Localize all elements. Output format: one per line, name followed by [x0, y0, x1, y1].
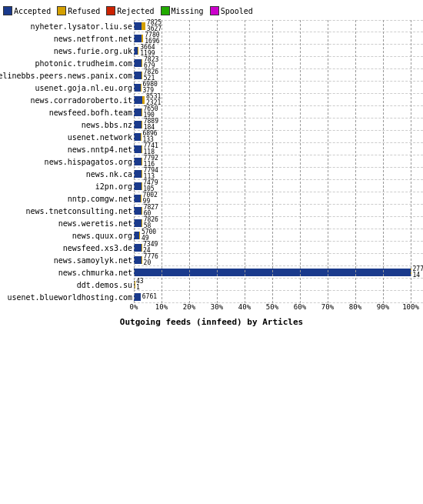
- bar-value-label-6: 8531 2321: [146, 94, 161, 106]
- x-tick-3: 30%: [211, 303, 223, 311]
- bar-value-label-14: 7002 99: [143, 192, 158, 205]
- chart-container: AcceptedRefusedRejectedMissingSpooled ny…: [0, 0, 423, 504]
- bar-value-label-15: 7827 60: [144, 205, 158, 217]
- bar-segment-21-1: [135, 281, 135, 289]
- bar-row-4: 7826 521: [134, 69, 423, 82]
- bar-segment-4-1: [142, 72, 142, 79]
- bar-segment-9-1: [141, 133, 142, 141]
- bar-row-15: 7827 60: [134, 205, 423, 217]
- bar-segment-19-1: [142, 256, 142, 264]
- bar-value-label-12: 7794 113: [144, 168, 158, 180]
- bar-row-7: 7650 190: [134, 106, 423, 118]
- bar-value-label-2: 3664 1199: [140, 45, 155, 57]
- rejected-legend-box: [106, 6, 115, 15]
- bar-segment-7-1: [142, 108, 142, 116]
- bar-value-label-16: 7826 58: [144, 217, 158, 229]
- bar-segment-8-1: [142, 121, 142, 129]
- bar-row-0: 7825 3627: [134, 20, 423, 32]
- bar-segment-11-0: [134, 158, 142, 165]
- bars-wrapper: 7825 36277780 16963664 11997823 6797826 …: [134, 20, 423, 303]
- bar-row-16: 7826 58: [134, 217, 423, 229]
- bar-segment-10-1: [142, 145, 142, 153]
- bar-segment-14-1: [141, 195, 142, 202]
- bar-value-label-3: 7823 679: [144, 57, 158, 69]
- bar-segment-14-0: [134, 195, 141, 202]
- bar-row-2: 3664 1199: [134, 45, 423, 57]
- bar-row-12: 7794 113: [134, 168, 423, 180]
- y-label-9: usenet.network: [68, 131, 134, 143]
- y-label-15: news.tnetconsulting.net: [26, 205, 134, 217]
- bar-segment-16-0: [134, 219, 142, 227]
- bar-value-label-9: 6896 133: [142, 131, 157, 143]
- legend-item-missing: Missing: [161, 6, 204, 15]
- bar-segment-15-0: [134, 207, 142, 215]
- bar-segment-5-1: [141, 84, 142, 92]
- y-label-13: i2pn.org: [95, 180, 134, 192]
- y-label-14: nntp.comgw.net: [68, 192, 134, 205]
- accepted-legend-box: [3, 6, 12, 15]
- bar-value-label-7: 7650 190: [143, 106, 158, 118]
- y-label-18: newsfeed.xs3.de: [63, 242, 134, 254]
- legend-item-accepted: Accepted: [3, 6, 51, 15]
- bar-row-18: 7349 24: [134, 242, 423, 254]
- x-tick-9: 90%: [377, 303, 389, 311]
- bar-segment-22-0: [134, 293, 141, 301]
- y-label-4: endofthelinebbs.peers.news.panix.com: [0, 69, 134, 82]
- x-tick-10: 100%: [402, 303, 419, 311]
- y-label-20: news.chmurka.net: [58, 266, 134, 279]
- bar-row-11: 7792 116: [134, 155, 423, 168]
- bar-value-label-21: 43 1: [136, 279, 144, 291]
- bar-value-label-17: 5700 49: [142, 229, 156, 242]
- bar-segment-15-1: [142, 207, 142, 215]
- bar-row-3: 7823 679: [134, 57, 423, 69]
- y-label-19: news.samoylyk.net: [54, 254, 134, 266]
- bar-segment-12-0: [134, 170, 142, 178]
- x-tick-4: 40%: [238, 303, 251, 311]
- bar-row-19: 7776 20: [134, 254, 423, 266]
- bar-value-label-10: 7741 118: [144, 143, 158, 155]
- bar-segment-2-1: [138, 47, 139, 55]
- y-label-8: news.bbs.nz: [82, 118, 134, 131]
- bar-value-label-8: 7889 184: [144, 118, 158, 131]
- bars-area: 7825 36277780 16963664 11997823 6797826 …: [134, 20, 423, 303]
- y-label-21: ddt.demos.su: [77, 279, 134, 291]
- refused-legend-box: [57, 6, 66, 15]
- bar-row-14: 7002 99: [134, 192, 423, 205]
- bar-value-label-20: 277914 14: [413, 266, 424, 279]
- y-label-11: news.hispagatos.org: [45, 155, 134, 168]
- y-label-17: news.quux.org: [72, 229, 134, 242]
- y-label-1: news.netfront.net: [54, 32, 134, 45]
- y-label-12: news.nk.ca: [86, 168, 134, 180]
- bar-segment-20-1: [411, 269, 411, 276]
- x-tick-2: 20%: [183, 303, 195, 311]
- bar-value-label-22: 6761: [142, 294, 157, 300]
- x-tick-0: 0%: [130, 303, 138, 311]
- y-labels: nyheter.lysator.liu.senews.netfront.netn…: [3, 20, 134, 303]
- legend: AcceptedRefusedRejectedMissingSpooled: [3, 6, 420, 15]
- rejected-legend-label: Rejected: [117, 7, 154, 15]
- missing-legend-box: [161, 6, 170, 15]
- bar-value-label-19: 7776 20: [144, 254, 158, 266]
- y-label-5: usenet.goja.nl.eu.org: [35, 82, 134, 94]
- bar-segment-8-0: [134, 121, 142, 129]
- bar-row-17: 5700 49: [134, 229, 423, 242]
- spooled-legend-box: [210, 6, 219, 15]
- bar-segment-17-0: [134, 232, 139, 239]
- x-tick-6: 60%: [294, 303, 306, 311]
- bar-segment-18-0: [134, 244, 142, 252]
- bar-row-1: 7780 1696: [134, 32, 423, 45]
- bar-segment-20-0: [134, 269, 411, 276]
- legend-item-rejected: Rejected: [106, 6, 154, 15]
- bar-value-label-11: 7792 116: [144, 155, 158, 168]
- bar-segment-3-0: [134, 59, 142, 67]
- bar-row-8: 7889 184: [134, 118, 423, 131]
- y-label-16: news.weretis.net: [58, 217, 134, 229]
- bar-value-label-5: 6980 379: [143, 82, 158, 94]
- bar-segment-0-1: [142, 22, 145, 30]
- chart-title: Outgoing feeds (innfeed) by Articles: [3, 317, 420, 327]
- y-label-3: photonic.trudheim.com: [35, 57, 134, 69]
- bar-segment-13-0: [134, 182, 142, 190]
- bar-segment-4-0: [134, 72, 142, 79]
- x-axis: 0%10%20%30%40%50%60%70%80%90%100%: [134, 303, 420, 314]
- bar-row-21: 43 1: [134, 279, 423, 291]
